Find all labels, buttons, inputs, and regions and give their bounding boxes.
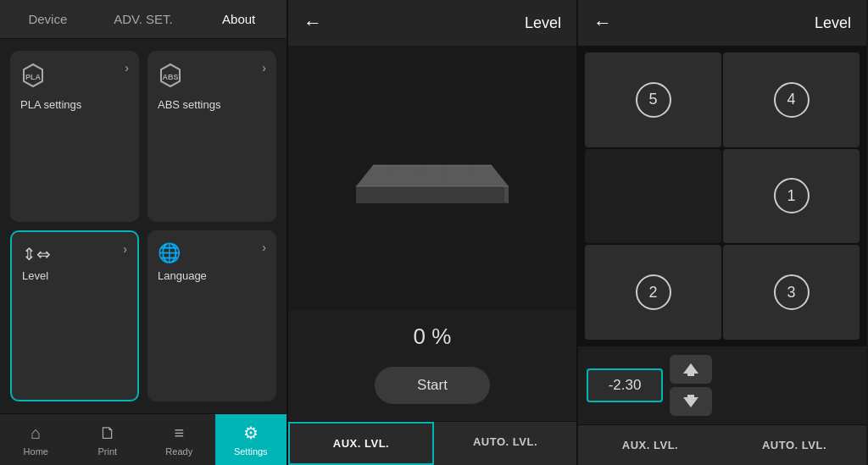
level-label: Level xyxy=(22,269,48,282)
tile-abs[interactable]: ABS ABS settings › xyxy=(147,51,276,222)
arrow-up-button[interactable] xyxy=(670,355,712,384)
level-icon: ⇕⇔ xyxy=(22,244,51,264)
start-button[interactable]: Start xyxy=(375,367,490,404)
level-num-4: 4 xyxy=(774,82,810,118)
nav-home[interactable]: ⌂ Home xyxy=(0,414,72,465)
left-panel: Device ADV. SET. About PLA PLA settings … xyxy=(0,0,288,465)
language-icon: 🌐 xyxy=(158,242,181,264)
language-label: Language xyxy=(158,269,207,282)
settings-icon: ⚙ xyxy=(243,423,259,443)
bottom-nav: ⌂ Home 🗋 Print ≡ Ready ⚙ Settings xyxy=(0,413,287,465)
tab-advset[interactable]: ADV. SET. xyxy=(96,0,192,38)
middle-bottom-tabs: AUX. LVL. AUTO. LVL. xyxy=(288,421,576,465)
tile-language[interactable]: 🌐 Language › xyxy=(147,230,276,401)
right-panel: ← Level 5 4 1 2 3 -2.30 xyxy=(578,0,866,465)
tab-device[interactable]: Device xyxy=(0,0,96,38)
tile-level[interactable]: ⇕⇔ Level › xyxy=(10,230,139,401)
tile-pla[interactable]: PLA PLA settings › xyxy=(10,51,139,222)
print-icon: 🗋 xyxy=(99,423,116,443)
value-row: -2.30 xyxy=(578,346,866,424)
arrow-down-button[interactable] xyxy=(670,387,712,416)
nav-ready-label: Ready xyxy=(165,446,192,457)
svg-marker-6 xyxy=(504,185,509,203)
ready-icon: ≡ xyxy=(174,423,184,443)
middle-panel: ← Level 0 % Start AUX. LVL. AUTO. LVL. xyxy=(288,0,578,465)
arrow-buttons xyxy=(670,355,712,416)
svg-text:PLA: PLA xyxy=(25,73,42,81)
middle-title: Level xyxy=(525,14,561,32)
nav-settings-label: Settings xyxy=(234,446,268,457)
middle-header: ← Level xyxy=(288,0,576,46)
level-point-2[interactable]: 2 xyxy=(585,245,721,340)
tab-about[interactable]: About xyxy=(191,0,287,38)
settings-grid: PLA PLA settings › ABS ABS settings › ⇕⇔… xyxy=(0,39,287,413)
level-point-3[interactable]: 3 xyxy=(723,245,860,340)
right-bottom-tabs: AUX. LVL. AUTO. LVL. xyxy=(578,424,866,465)
tab-aux-lvl[interactable]: AUX. LVL. xyxy=(288,422,434,465)
right-back-button[interactable]: ← xyxy=(593,12,612,34)
right-title: Level xyxy=(815,14,851,32)
level-point-4[interactable]: 4 xyxy=(723,53,860,147)
svg-rect-15 xyxy=(687,374,694,376)
abs-arrow: › xyxy=(262,61,266,75)
nav-settings[interactable]: ⚙ Settings xyxy=(215,414,287,465)
level-point-5[interactable]: 5 xyxy=(585,53,721,147)
svg-marker-17 xyxy=(683,397,698,407)
svg-rect-16 xyxy=(687,395,694,397)
svg-marker-5 xyxy=(356,186,509,203)
right-header: ← Level xyxy=(578,0,866,46)
svg-text:ABS: ABS xyxy=(162,73,178,81)
arrow-down-icon xyxy=(682,394,700,409)
level-num-1: 1 xyxy=(774,178,810,213)
pla-label: PLA settings xyxy=(20,98,81,111)
pla-icon: PLA xyxy=(20,63,46,93)
level-point-1[interactable]: 1 xyxy=(723,149,860,244)
level-cell-empty-left xyxy=(585,149,721,244)
level-value-display: -2.30 xyxy=(587,368,663,402)
pla-arrow: › xyxy=(125,61,129,75)
level-num-2: 2 xyxy=(636,274,671,310)
level-num-5: 5 xyxy=(636,82,671,118)
right-tab-auto-lvl[interactable]: AUTO. LVL. xyxy=(722,425,866,465)
svg-marker-14 xyxy=(683,363,698,374)
settings-tabs: Device ADV. SET. About xyxy=(0,0,287,39)
level-arrow: › xyxy=(123,242,127,256)
bed-visual xyxy=(288,46,576,310)
progress-display: 0 % xyxy=(288,310,576,367)
tab-auto-lvl[interactable]: AUTO. LVL. xyxy=(434,422,576,465)
middle-back-button[interactable]: ← xyxy=(303,12,322,34)
level-num-3: 3 xyxy=(774,274,810,310)
nav-print[interactable]: 🗋 Print xyxy=(72,414,144,465)
home-icon: ⌂ xyxy=(31,423,41,443)
nav-ready[interactable]: ≡ Ready xyxy=(143,414,215,465)
bed-3d-graphic xyxy=(348,119,517,237)
nav-print-label: Print xyxy=(97,446,117,457)
nav-home-label: Home xyxy=(24,446,48,457)
right-tab-aux-lvl[interactable]: AUX. LVL. xyxy=(578,425,722,465)
language-arrow: › xyxy=(262,241,266,254)
abs-icon: ABS xyxy=(158,63,183,93)
abs-label: ABS settings xyxy=(158,98,220,111)
arrow-up-icon xyxy=(682,362,700,377)
